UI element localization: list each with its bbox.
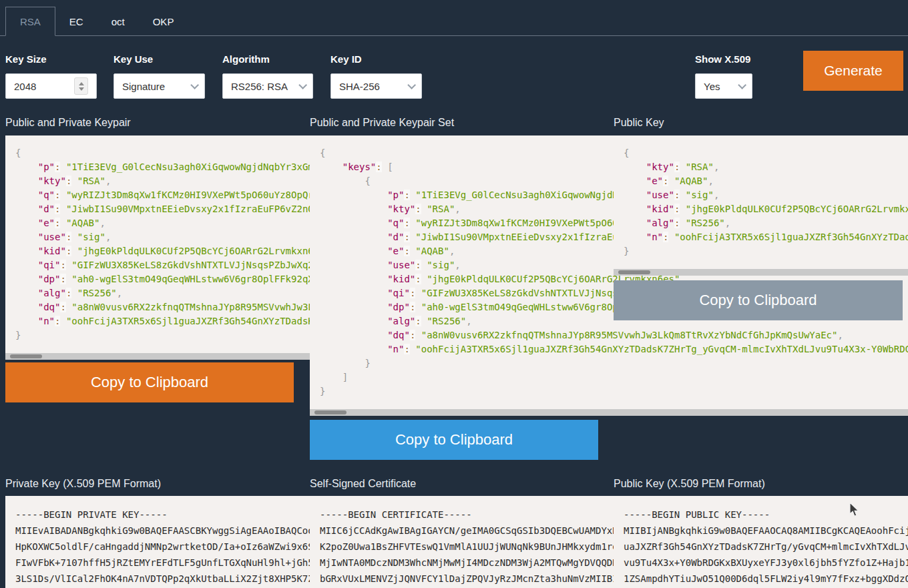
scrollbar-thumb[interactable] [314,410,347,414]
copy-keypair-button[interactable]: Copy to Clipboard [5,362,294,402]
horizontal-scrollbar[interactable] [614,269,908,276]
private-key-pem-heading: Private Key (X.509 PEM Format) [5,478,161,491]
scrollbar-thumb[interactable] [618,270,650,274]
public-key-heading: Public Key [614,117,664,129]
certificate-heading: Self-Signed Certificate [310,478,416,491]
public-key-code-block[interactable]: { "kty": "RSA", "e": "AQAB", "use": "sig… [614,135,908,276]
keypair-set-column: Public and Private Keypair Set { "keys":… [310,0,598,588]
keypair-heading: Public and Private Keypair [5,117,131,129]
mouse-cursor [849,503,860,517]
copy-keypair-set-button[interactable]: Copy to Clipboard [310,420,598,460]
copy-public-key-button[interactable]: Copy to Clipboard [614,280,903,320]
scrollbar-thumb[interactable] [10,354,42,358]
public-key-pem-heading: Public Key (X.509 PEM Format) [614,478,765,491]
public-key-pem-block[interactable]: -----BEGIN PUBLIC KEY-----MIIBIjANBgkqhk… [614,496,908,588]
chevron-down-icon [298,81,307,89]
public-key-column: Public Key { "kty": "RSA", "e": "AQAB", … [614,0,903,588]
keypair-column: Public and Private Keypair { "p": "1TiE3… [5,0,294,588]
keypair-set-heading: Public and Private Keypair Set [310,117,454,129]
